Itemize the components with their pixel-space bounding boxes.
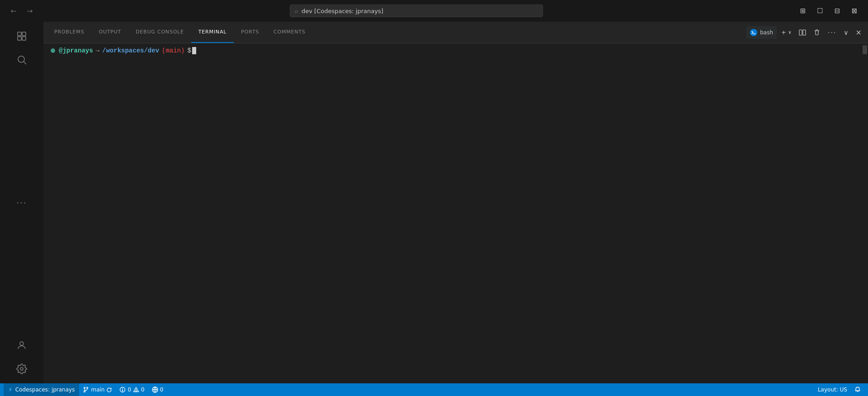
status-branch[interactable]: main: [79, 383, 116, 396]
tab-output[interactable]: OUTPUT: [91, 22, 128, 43]
bell-icon: [854, 387, 861, 393]
title-nav: ← →: [7, 5, 36, 17]
activity-account[interactable]: [11, 335, 33, 356]
activity-explorer[interactable]: [11, 25, 33, 47]
title-bar: ← → ⌕ dev [Codespaces: jpranays] ⊞ ☐ ⊟ ⊠: [0, 0, 868, 22]
svg-point-7: [20, 368, 23, 370]
codespaces-label: Codespaces: jpranays: [15, 387, 75, 393]
svg-rect-3: [22, 37, 26, 40]
sync-icon: [106, 387, 112, 393]
errors-icon: [119, 387, 126, 393]
codespaces-icon: ⚡: [8, 386, 13, 393]
tab-problems[interactable]: PROBLEMS: [47, 22, 91, 43]
activity-search[interactable]: [11, 49, 33, 71]
warnings-count: 0: [141, 387, 145, 393]
split-terminal-button[interactable]: [796, 26, 809, 39]
prompt-path: /workspaces/dev: [102, 47, 159, 54]
layout-toggle-3[interactable]: ⊟: [831, 6, 844, 16]
branch-label: main: [91, 387, 104, 393]
more-actions-button[interactable]: ···: [825, 26, 839, 39]
prompt-status-dot: [51, 48, 55, 53]
terminal-prompt-line: @jpranays → /workspaces/dev (main) $: [51, 47, 861, 54]
svg-point-17: [136, 391, 136, 391]
tab-ports[interactable]: PORTS: [234, 22, 266, 43]
tab-comments[interactable]: COMMENTS: [266, 22, 313, 43]
tab-terminal[interactable]: TERMINAL: [191, 22, 234, 43]
scrollbar-thumb: [863, 45, 867, 54]
search-text: dev [Codespaces: jpranays]: [302, 8, 383, 14]
svg-point-15: [123, 391, 123, 391]
status-remote[interactable]: 0: [148, 383, 167, 396]
activity-settings[interactable]: [11, 358, 33, 380]
warnings-icon: [133, 387, 139, 393]
title-actions: ⊞ ☐ ⊟ ⊠: [797, 6, 861, 16]
activity-bar: ···: [0, 22, 43, 383]
status-errors[interactable]: 0 0: [116, 383, 148, 396]
status-bar: ⚡ Codespaces: jpranays main 0 0: [0, 383, 868, 396]
split-icon: [799, 29, 806, 36]
search-bar[interactable]: ⌕ dev [Codespaces: jpranays]: [290, 5, 543, 17]
terminal-cursor: [192, 47, 196, 54]
forward-button[interactable]: →: [24, 5, 36, 17]
status-bell[interactable]: [851, 383, 864, 396]
add-terminal-button[interactable]: + ∨: [778, 26, 794, 39]
svg-rect-9: [803, 30, 806, 35]
svg-rect-8: [799, 30, 802, 35]
terminal-content[interactable]: @jpranays → /workspaces/dev (main) $: [43, 43, 868, 383]
remote-count: 0: [160, 387, 164, 393]
status-layout[interactable]: Layout: US: [814, 383, 851, 396]
remote-icon: [152, 387, 158, 393]
prompt-username: @jpranays: [59, 47, 93, 54]
errors-count: 0: [127, 387, 131, 393]
layout-toggle-1[interactable]: ⊞: [797, 6, 809, 16]
bash-label-text: bash: [760, 29, 773, 36]
status-codespaces[interactable]: ⚡ Codespaces: jpranays: [4, 383, 79, 396]
svg-rect-2: [18, 37, 21, 40]
back-button[interactable]: ←: [7, 5, 20, 17]
search-icon: ⌕: [295, 8, 298, 14]
svg-line-5: [24, 62, 27, 65]
panel-close-button[interactable]: ×: [853, 26, 864, 39]
main-area: ··· PROBLEMS OUTPUT DEBUG CONSOLE TERMIN…: [0, 22, 868, 383]
layout-toggle-2[interactable]: ☐: [814, 6, 826, 16]
panel-collapse-button[interactable]: ∨: [841, 26, 851, 39]
tab-debug-console[interactable]: DEBUG CONSOLE: [128, 22, 191, 43]
svg-point-12: [84, 391, 85, 392]
panel-actions: bash + ∨ ··· ∨: [746, 26, 864, 39]
svg-point-6: [20, 342, 24, 345]
panel-tabs: PROBLEMS OUTPUT DEBUG CONSOLE TERMINAL P…: [43, 22, 868, 43]
svg-rect-1: [22, 32, 26, 36]
delete-terminal-button[interactable]: [811, 26, 823, 39]
add-icon: +: [781, 29, 786, 36]
trash-icon: [813, 29, 821, 36]
terminal-scrollbar[interactable]: [862, 43, 868, 383]
panel-area: PROBLEMS OUTPUT DEBUG CONSOLE TERMINAL P…: [43, 22, 868, 383]
activity-more[interactable]: ···: [11, 192, 33, 213]
add-chevron-icon: ∨: [788, 29, 792, 35]
svg-point-11: [87, 387, 88, 389]
bash-terminal-label[interactable]: bash: [746, 26, 777, 39]
layout-toggle-4[interactable]: ⊠: [848, 6, 861, 16]
svg-rect-0: [18, 32, 21, 36]
bash-icon: [750, 29, 757, 36]
prompt-arrow: →: [96, 47, 99, 54]
branch-icon: [83, 387, 89, 393]
svg-point-4: [18, 56, 24, 62]
prompt-branch: (main): [162, 47, 184, 54]
svg-point-10: [84, 387, 85, 389]
layout-label: Layout: US: [818, 387, 847, 393]
prompt-dollar: $: [187, 47, 191, 54]
